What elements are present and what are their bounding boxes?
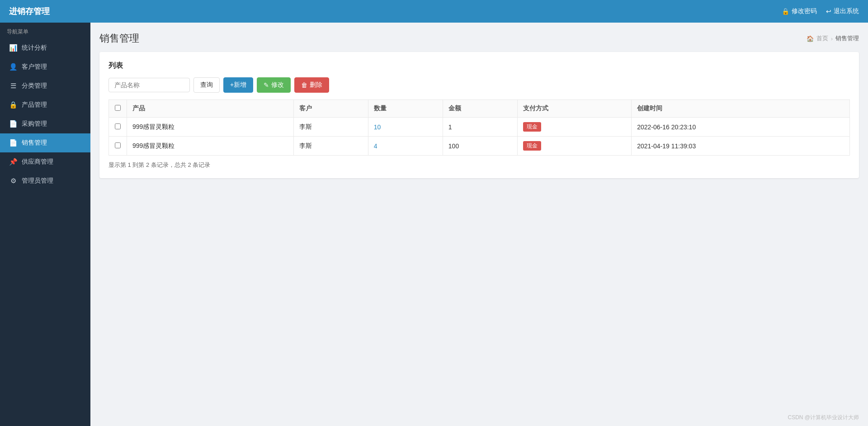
app-title: 进销存管理 [9,6,50,17]
col-product-header: 产品 [127,100,294,118]
sidebar-item-label: 销售管理 [22,139,47,147]
add-button[interactable]: +新增 [223,77,253,93]
watermark: CSDN @计算机毕业设计大师 [788,414,859,421]
col-quantity-header: 数量 [368,100,443,118]
sidebar-item-customers[interactable]: 👤 客户管理 [0,57,90,76]
main-content: 销售管理 🏠 首页 › 销售管理 列表 查询 +新增 ✎ 修改 🗑 [90,23,868,426]
logout-button[interactable]: ↩ 退出系统 [826,7,859,15]
row-checkbox-0[interactable] [115,123,121,129]
header-actions: 🔒 修改密码 ↩ 退出系统 [782,7,859,15]
sidebar-item-label: 客户管理 [22,63,47,71]
row-payment: 现金 [517,118,631,137]
quantity-link[interactable]: 10 [374,123,381,131]
home-icon: 🏠 [807,35,814,42]
select-all-checkbox[interactable] [115,105,121,111]
sidebar-item-label: 产品管理 [22,101,47,109]
payment-badge: 现金 [523,141,541,151]
row-quantity: 4 [368,137,443,156]
sales-table: 产品 客户 数量 金额 支付方式 创建时间 999感冒灵颗粒 李斯 10 [108,99,850,156]
sales-icon: 📄 [9,139,17,147]
table-row: 999感冒灵颗粒 李斯 10 1 现金 2022-06-16 20:23:10 [109,118,850,137]
admins-icon: ⚙ [9,177,17,185]
row-time: 2022-06-16 20:23:10 [632,118,850,137]
nav-label: 导航菜单 [0,23,90,38]
app-header: 进销存管理 🔒 修改密码 ↩ 退出系统 [0,0,868,23]
sidebar-item-admins[interactable]: ⚙ 管理员管理 [0,171,90,190]
sidebar-item-sales[interactable]: 📄 销售管理 [0,133,90,152]
sidebar: 导航菜单 📊 统计分析 👤 客户管理 ☰ 分类管理 🔒 产品管理 📄 采购管理 … [0,23,90,426]
logout-icon: ↩ [826,8,831,15]
logout-label: 退出系统 [834,7,859,15]
categories-icon: ☰ [9,82,17,90]
row-customer: 李斯 [293,118,368,137]
sidebar-item-label: 供应商管理 [22,158,53,166]
sidebar-item-suppliers[interactable]: 📌 供应商管理 [0,152,90,171]
page-header: 销售管理 🏠 首页 › 销售管理 [99,32,859,45]
breadcrumb-current: 销售管理 [835,34,859,43]
pagination-info: 显示第 1 到第 2 条记录，总共 2 条记录 [108,161,850,169]
row-amount: 100 [443,137,517,156]
products-icon: 🔒 [9,101,17,109]
edit-icon: ✎ [264,81,269,89]
sidebar-item-label: 统计分析 [22,44,47,52]
layout: 导航菜单 📊 统计分析 👤 客户管理 ☰ 分类管理 🔒 产品管理 📄 采购管理 … [0,23,868,426]
row-checkbox-1[interactable] [115,142,121,148]
product-link[interactable]: 999感冒灵颗粒 [132,123,175,130]
change-password-button[interactable]: 🔒 修改密码 [782,7,817,15]
main-card: 列表 查询 +新增 ✎ 修改 🗑 删除 [99,52,859,178]
product-link[interactable]: 999感冒灵颗粒 [132,142,175,149]
customers-icon: 👤 [9,63,17,71]
header-row: 产品 客户 数量 金额 支付方式 创建时间 [109,100,850,118]
toolbar: 查询 +新增 ✎ 修改 🗑 删除 [108,77,850,93]
sidebar-item-label: 管理员管理 [22,177,53,185]
row-amount: 1 [443,118,517,137]
row-checkbox-cell [109,137,127,156]
col-checkbox [109,100,127,118]
col-customer-header: 客户 [293,100,368,118]
col-time-header: 创建时间 [632,100,850,118]
edit-button[interactable]: ✎ 修改 [257,77,291,93]
search-input[interactable] [108,78,190,92]
suppliers-icon: 📌 [9,158,17,166]
delete-button[interactable]: 🗑 删除 [294,77,329,93]
col-payment-header: 支付方式 [517,100,631,118]
payment-badge: 现金 [523,122,541,132]
row-payment: 现金 [517,137,631,156]
purchases-icon: 📄 [9,120,17,128]
row-time: 2021-04-19 11:39:03 [632,137,850,156]
sidebar-item-categories[interactable]: ☰ 分类管理 [0,76,90,95]
statistics-icon: 📊 [9,44,17,52]
breadcrumb-home: 首页 [816,34,828,43]
sidebar-item-products[interactable]: 🔒 产品管理 [0,95,90,114]
table-header: 产品 客户 数量 金额 支付方式 创建时间 [109,100,850,118]
trash-icon: 🗑 [301,81,307,89]
query-button[interactable]: 查询 [193,77,220,93]
change-password-label: 修改密码 [792,7,817,15]
lock-icon: 🔒 [782,8,789,15]
page-title: 销售管理 [99,32,139,45]
row-product: 999感冒灵颗粒 [127,118,294,137]
col-amount-header: 金额 [443,100,517,118]
sidebar-item-label: 分类管理 [22,82,47,90]
table-body: 999感冒灵颗粒 李斯 10 1 现金 2022-06-16 20:23:10 … [109,118,850,156]
card-title: 列表 [108,61,850,71]
breadcrumb: 🏠 首页 › 销售管理 [807,34,859,43]
sidebar-item-statistics[interactable]: 📊 统计分析 [0,38,90,57]
sidebar-item-purchases[interactable]: 📄 采购管理 [0,114,90,133]
quantity-link[interactable]: 4 [374,142,377,150]
row-quantity: 10 [368,118,443,137]
row-checkbox-cell [109,118,127,137]
breadcrumb-separator: › [831,35,833,42]
row-product: 999感冒灵颗粒 [127,137,294,156]
sidebar-item-label: 采购管理 [22,120,47,128]
row-customer: 李斯 [293,137,368,156]
table-row: 999感冒灵颗粒 李斯 4 100 现金 2021-04-19 11:39:03 [109,137,850,156]
